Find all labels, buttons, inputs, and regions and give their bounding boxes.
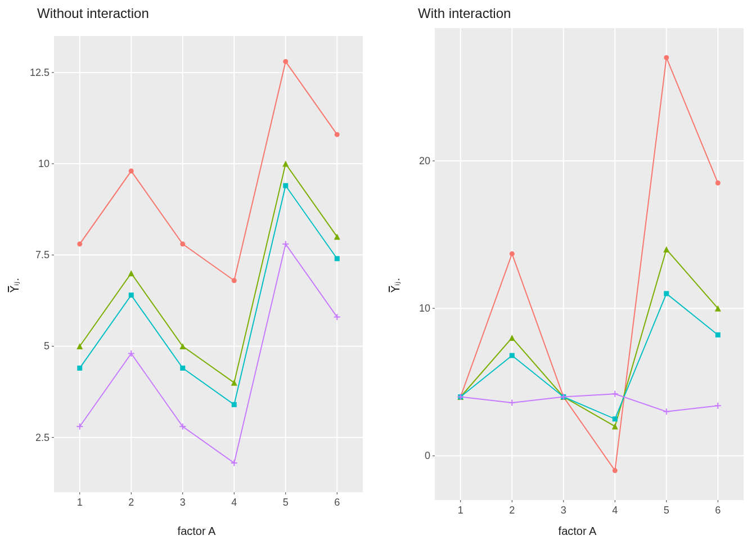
svg-point-39 — [335, 132, 340, 137]
svg-text:2.5: 2.5 — [35, 432, 50, 443]
svg-point-38 — [283, 59, 288, 64]
svg-rect-48 — [180, 366, 185, 371]
svg-text:1: 1 — [458, 505, 464, 516]
svg-rect-47 — [129, 292, 134, 298]
panel-right: With interaction Y̅ᵢⱼ. 01020123456 facto… — [386, 6, 750, 540]
y-axis-label: Y̅ᵢⱼ. — [386, 278, 404, 292]
y-axis-label: Y̅ᵢⱼ. — [6, 278, 24, 292]
svg-text:5: 5 — [664, 505, 669, 516]
svg-text:3: 3 — [180, 497, 186, 508]
svg-rect-46 — [77, 366, 82, 371]
svg-text:5: 5 — [44, 340, 50, 352]
panel-left: Without interaction Y̅ᵢⱼ. 2.557.51012.51… — [6, 6, 370, 540]
svg-text:0: 0 — [425, 450, 430, 461]
chart-title: Without interaction — [37, 6, 370, 21]
svg-rect-110 — [510, 353, 515, 358]
svg-rect-49 — [232, 402, 237, 407]
svg-text:20: 20 — [419, 155, 430, 166]
x-axis-label: factor A — [24, 525, 370, 538]
svg-text:7.5: 7.5 — [35, 249, 50, 260]
svg-rect-50 — [283, 183, 288, 188]
svg-text:6: 6 — [715, 505, 721, 516]
svg-text:2: 2 — [509, 505, 515, 516]
figure: Without interaction Y̅ᵢⱼ. 2.557.51012.51… — [0, 0, 756, 540]
svg-point-35 — [129, 169, 134, 174]
svg-point-101 — [664, 55, 669, 60]
svg-rect-51 — [335, 256, 340, 261]
svg-text:10: 10 — [419, 303, 430, 314]
svg-rect-114 — [716, 332, 721, 338]
chart-title: With interaction — [418, 6, 750, 21]
svg-text:4: 4 — [231, 497, 237, 508]
svg-text:5: 5 — [283, 497, 289, 508]
svg-rect-112 — [613, 416, 618, 421]
svg-point-34 — [77, 241, 82, 246]
plot-area: 2.557.51012.5123456 — [24, 25, 370, 523]
svg-text:6: 6 — [334, 497, 340, 508]
svg-point-100 — [613, 468, 618, 473]
svg-text:1: 1 — [77, 497, 83, 508]
svg-point-36 — [180, 241, 185, 246]
svg-rect-113 — [664, 291, 669, 296]
svg-text:2: 2 — [128, 497, 134, 508]
svg-rect-69 — [435, 28, 744, 500]
x-axis-label: factor A — [404, 525, 750, 538]
svg-point-102 — [716, 181, 721, 186]
svg-text:12.5: 12.5 — [30, 67, 50, 78]
svg-point-98 — [510, 251, 515, 256]
svg-text:10: 10 — [38, 158, 50, 169]
svg-point-37 — [232, 278, 237, 283]
svg-text:4: 4 — [612, 505, 618, 516]
plot-area: 01020123456 — [404, 25, 750, 523]
charts-row: Without interaction Y̅ᵢⱼ. 2.557.51012.51… — [6, 6, 750, 540]
svg-text:3: 3 — [561, 505, 566, 516]
